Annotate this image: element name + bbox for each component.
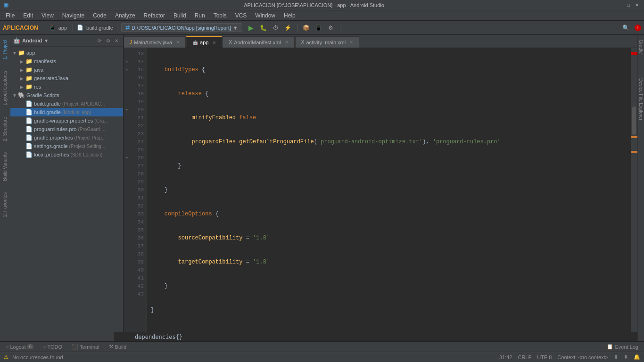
tab-androidmanifest[interactable]: X AndroidManifest.xml ✕: [223, 36, 294, 48]
event-log-icon: 📋: [607, 344, 613, 350]
editor-tabs: J MainActivity.java ✕ 🤖 app ✕ X AndroidM…: [124, 35, 637, 48]
fold-25[interactable]: ▾: [124, 154, 129, 162]
tree-item-gradle-scripts[interactable]: ▼ 🐘 Gradle Scripts: [10, 91, 123, 99]
bottom-tab-todo[interactable]: ≡ TODO: [40, 343, 65, 351]
bottom-tab-build[interactable]: ⚒ Build: [106, 343, 129, 351]
line-ending[interactable]: CRLF: [518, 354, 531, 360]
tree-item-res[interactable]: ▶ 📁 res: [10, 82, 123, 91]
tree-label-settings: settings.gradle: [34, 143, 68, 149]
menubar-item-run[interactable]: Run: [191, 11, 209, 20]
tree-item-manifests[interactable]: ▶ 📁 manifests: [10, 57, 123, 66]
fold-19[interactable]: ▾: [124, 106, 129, 114]
toolbar-settings[interactable]: ⚙: [326, 23, 336, 33]
toolbar-app-label[interactable]: app: [58, 25, 67, 31]
toolbar-separator: [45, 24, 45, 32]
event-log-label: Event Log: [615, 344, 638, 350]
tree-item-build-gradle-module[interactable]: 📄 build.gradle (Module: app): [10, 108, 123, 116]
app-icon: ▣: [4, 2, 8, 8]
menubar-item-window[interactable]: Window: [251, 11, 279, 20]
git-fetch-icon[interactable]: ⬇: [624, 354, 628, 360]
menubar-item-refactor[interactable]: Refactor: [140, 11, 169, 20]
notifications-icon[interactable]: 🔔: [634, 354, 640, 360]
cursor-position[interactable]: 31:42: [499, 354, 512, 360]
tab-close-mainactivity[interactable]: ✕: [176, 40, 180, 45]
code-editor[interactable]: ▾ ▾ ▾ ▾: [124, 48, 637, 341]
sidebar-settings-btn[interactable]: ⚙: [104, 37, 112, 44]
sidebar-hide-btn[interactable]: ✕: [113, 37, 120, 44]
run-button[interactable]: ▶: [246, 23, 256, 33]
toolbar-btn-debug[interactable]: 🐛: [258, 23, 269, 33]
bottom-tab-logcat[interactable]: ≡ Logcat 6: [3, 343, 36, 351]
fold-13[interactable]: ▾: [124, 58, 129, 66]
folder-icon-manifests: 📁: [25, 58, 33, 65]
toolbar-sep3: [117, 24, 117, 32]
menubar-item-build[interactable]: Build: [170, 11, 190, 20]
tree-label-local-properties: local.properties: [34, 152, 69, 157]
bottom-tab-event-log[interactable]: 📋 Event Log: [604, 343, 641, 351]
toolbar-search[interactable]: 🔍: [620, 23, 631, 33]
vtab-project[interactable]: 1: Project: [1, 37, 9, 62]
maximize-button[interactable]: □: [625, 2, 632, 8]
toolbar-sdk-mgr[interactable]: 📦: [301, 23, 312, 33]
bottom-tab-terminal[interactable]: ⬛ Terminal: [69, 343, 102, 351]
tree-item-java[interactable]: ▶ 📁 java: [10, 66, 123, 74]
toolbar-btn-reload[interactable]: ⚡: [283, 23, 293, 33]
tree-item-generated[interactable]: ▶ 📁 generatedJava: [10, 74, 123, 82]
arrow-app: ▼: [12, 50, 17, 56]
toolbar-avd-mgr[interactable]: 📱: [314, 23, 324, 33]
folder-icon-res: 📁: [25, 83, 33, 90]
fold-14[interactable]: ▾: [124, 66, 129, 74]
menubar-item-code[interactable]: Code: [89, 11, 110, 20]
tree-label-res: res: [34, 84, 41, 90]
sidebar-dropdown-arrow[interactable]: ▼: [44, 38, 49, 43]
git-push-icon[interactable]: ⬆: [614, 354, 618, 360]
tree-item-local-properties[interactable]: 📄 local.properties (SDK Location): [10, 150, 123, 159]
main-content: 1: Project Layout Captures 2: Structure …: [0, 35, 644, 341]
tab-close-manifest[interactable]: ✕: [285, 40, 289, 45]
tab-icon-app: 🤖: [192, 40, 198, 45]
sidebar-sync-btn[interactable]: ⟳: [96, 37, 103, 44]
todo-label: TODO: [47, 344, 62, 350]
encoding[interactable]: UTF-8: [537, 354, 552, 360]
tree-item-build-gradle-project[interactable]: 📄 build.gradle (Project: APLICAC...: [10, 99, 123, 108]
vtab-structure[interactable]: 2: Structure: [1, 114, 9, 144]
menubar-item-help[interactable]: Help: [280, 11, 299, 20]
menubar-item-analyze[interactable]: Analyze: [111, 11, 139, 20]
error-indicator[interactable]: !: [635, 25, 641, 31]
code-content[interactable]: buildTypes { release { minifyEnabled fal…: [147, 48, 631, 341]
tree-sublabel-project: (Project: APLICAC...: [62, 101, 105, 107]
tab-activitymain[interactable]: X activity_main.xml ✕: [295, 36, 359, 48]
tab-label-manifest: AndroidManifest.xml: [234, 40, 281, 45]
tree-item-proguard[interactable]: 📄 proguard-rules.pro (ProGuard ...: [10, 125, 123, 133]
menubar-item-tools[interactable]: Tools: [210, 11, 231, 20]
tab-close-activitymain[interactable]: ✕: [349, 40, 353, 45]
tab-app[interactable]: 🤖 app ✕: [186, 36, 222, 48]
tree-item-settings[interactable]: 📄 settings.gradle (Project Setting...: [10, 142, 123, 150]
menubar-item-edit[interactable]: Edit: [19, 11, 37, 20]
toolbar-build-label[interactable]: build.gradle: [86, 25, 113, 31]
toolbar-build-icon: 📄: [77, 25, 83, 31]
tab-mainactivity[interactable]: J MainActivity.java ✕: [124, 36, 186, 48]
tree-item-app[interactable]: ▼ 📁 app: [10, 49, 123, 57]
code-line-20: sourceCompatibility = '1.8': [151, 234, 627, 242]
toolbar-btn-profile[interactable]: ⏱: [271, 23, 281, 33]
file-tree: ▼ 📁 app ▶ 📁 manifests ▶ 📁 java ▶ 📁 gene: [10, 47, 123, 341]
minimize-button[interactable]: −: [617, 2, 623, 8]
scrollbar-thumb[interactable]: [632, 107, 636, 135]
tab-close-app[interactable]: ✕: [212, 40, 216, 45]
tree-item-gradle-properties[interactable]: 📄 gradle.properties (Project Prop...: [10, 133, 123, 142]
menubar-item-view[interactable]: View: [38, 11, 58, 20]
vtab-build-variants[interactable]: Build Variants: [1, 149, 9, 184]
run-config-dropdown[interactable]: ⇄ D:/JOSE/APLICACION/app [signingReport]…: [121, 23, 242, 32]
close-button[interactable]: ✕: [634, 2, 640, 8]
tree-label-manifests: manifests: [34, 58, 56, 64]
menubar-item-navigate[interactable]: Navigate: [58, 11, 88, 20]
menubar-item-file[interactable]: File: [2, 11, 18, 20]
vtab-favorites[interactable]: 2: Favorites: [1, 189, 9, 220]
vtab-captures[interactable]: Layout Captures: [1, 68, 9, 108]
vtab-gradle[interactable]: Gradle: [637, 37, 644, 57]
menubar-item-vcs[interactable]: VCS: [231, 11, 251, 20]
gradle-scripts-icon: 🐘: [18, 92, 25, 99]
tree-item-gradle-wrapper[interactable]: 📄 gradle-wrapper.properties (Gra...: [10, 116, 123, 125]
vtab-device-file-explorer[interactable]: Device File Explorer: [637, 75, 644, 123]
